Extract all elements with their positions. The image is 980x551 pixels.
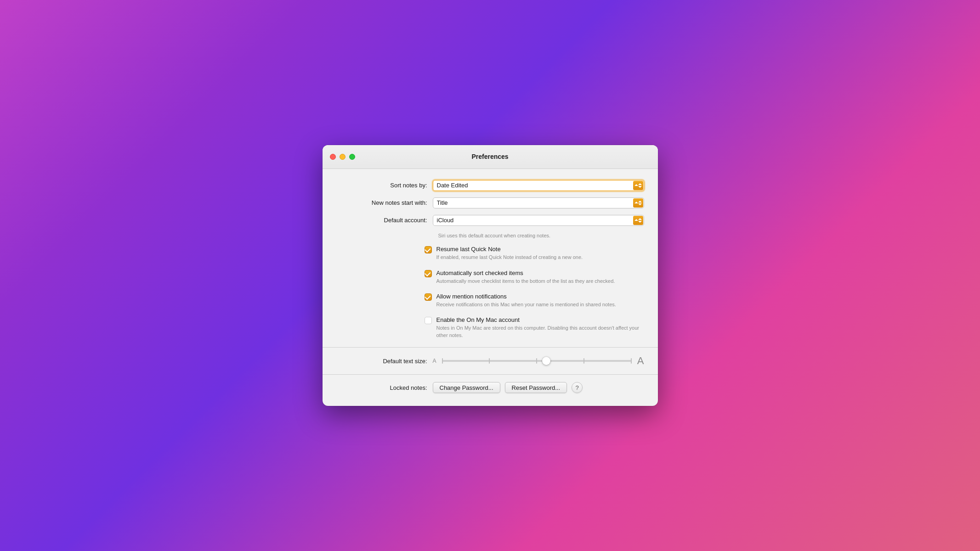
auto-sort-label: Automatically sort checked items bbox=[436, 270, 615, 276]
default-account-label: Default account: bbox=[336, 217, 433, 224]
sort-notes-label: Sort notes by: bbox=[336, 182, 433, 189]
change-password-button[interactable]: Change Password... bbox=[433, 382, 500, 393]
slider-tick-4 bbox=[583, 358, 584, 364]
new-notes-label: New notes start with: bbox=[336, 199, 433, 206]
divider-1 bbox=[323, 347, 658, 348]
mention-notifications-text-group: Allow mention notifications Receive noti… bbox=[436, 293, 616, 308]
sort-notes-select-wrapper: Date Edited Date Created Title bbox=[433, 180, 644, 191]
default-account-select[interactable]: iCloud On My Mac bbox=[433, 215, 644, 226]
resume-quick-note-checkbox[interactable] bbox=[425, 246, 432, 253]
new-notes-select-wrapper: Title Body bbox=[433, 197, 644, 208]
slider-section: Default text size: A A bbox=[323, 355, 658, 367]
slider-tick-2 bbox=[489, 358, 490, 364]
new-notes-select[interactable]: Title Body bbox=[433, 197, 644, 208]
checkboxes-section: Resume last Quick Note If enabled, resum… bbox=[425, 246, 658, 339]
form-section: Sort notes by: Date Edited Date Created … bbox=[323, 180, 658, 239]
default-account-select-wrapper: iCloud On My Mac bbox=[433, 215, 644, 226]
locked-notes-section: Locked notes: Change Password... Reset P… bbox=[323, 382, 658, 393]
mention-notifications-checkbox-wrapper[interactable] bbox=[425, 293, 432, 301]
divider-2 bbox=[323, 374, 658, 375]
slider-ticks bbox=[442, 358, 632, 364]
resume-quick-note-label: Resume last Quick Note bbox=[436, 246, 583, 253]
titlebar: Preferences bbox=[323, 145, 658, 169]
enable-on-my-mac-desc: Notes in On My Mac are stored on this co… bbox=[436, 325, 644, 339]
enable-on-my-mac-label: Enable the On My Mac account bbox=[436, 316, 644, 323]
resume-quick-note-desc: If enabled, resume last Quick Note inste… bbox=[436, 254, 583, 261]
preferences-window: Preferences Sort notes by: Date Edited D… bbox=[323, 145, 658, 406]
text-size-small-icon: A bbox=[433, 358, 436, 364]
resume-quick-note-text-group: Resume last Quick Note If enabled, resum… bbox=[436, 246, 583, 261]
sort-notes-select[interactable]: Date Edited Date Created Title bbox=[433, 180, 644, 191]
locked-notes-label: Locked notes: bbox=[336, 384, 433, 391]
help-button[interactable]: ? bbox=[572, 382, 583, 393]
enable-on-my-mac-checkbox[interactable] bbox=[425, 317, 432, 324]
resume-quick-note-checkbox-wrapper[interactable] bbox=[425, 246, 432, 253]
new-notes-row: New notes start with: Title Body bbox=[336, 197, 644, 208]
password-buttons-group: Change Password... Reset Password... ? bbox=[433, 382, 583, 393]
auto-sort-checkbox[interactable] bbox=[425, 270, 432, 277]
traffic-lights bbox=[330, 154, 355, 160]
sort-notes-row: Sort notes by: Date Edited Date Created … bbox=[336, 180, 644, 191]
default-text-size-label: Default text size: bbox=[336, 358, 433, 365]
enable-on-my-mac-text-group: Enable the On My Mac account Notes in On… bbox=[436, 316, 644, 339]
content-area: Sort notes by: Date Edited Date Created … bbox=[323, 169, 658, 406]
maximize-button[interactable] bbox=[349, 154, 355, 160]
slider-tick-1 bbox=[442, 358, 443, 364]
reset-password-button[interactable]: Reset Password... bbox=[505, 382, 567, 393]
close-button[interactable] bbox=[330, 154, 336, 160]
slider-tick-3 bbox=[536, 358, 537, 364]
account-helper-text: Siri uses this default account when crea… bbox=[438, 232, 644, 239]
mention-notifications-desc: Receive notifications on this Mac when y… bbox=[436, 301, 616, 308]
auto-sort-item: Automatically sort checked items Automat… bbox=[425, 270, 644, 285]
auto-sort-desc: Automatically move checklist items to th… bbox=[436, 278, 615, 285]
auto-sort-text-group: Automatically sort checked items Automat… bbox=[436, 270, 615, 285]
resume-quick-note-item: Resume last Quick Note If enabled, resum… bbox=[425, 246, 644, 261]
mention-notifications-checkbox[interactable] bbox=[425, 293, 432, 301]
window-title: Preferences bbox=[471, 153, 508, 160]
slider-thumb[interactable] bbox=[542, 357, 550, 365]
slider-track[interactable] bbox=[442, 360, 632, 362]
enable-on-my-mac-item: Enable the On My Mac account Notes in On… bbox=[425, 316, 644, 339]
minimize-button[interactable] bbox=[340, 154, 346, 160]
enable-on-my-mac-checkbox-wrapper[interactable] bbox=[425, 317, 432, 324]
auto-sort-checkbox-wrapper[interactable] bbox=[425, 270, 432, 277]
mention-notifications-item: Allow mention notifications Receive noti… bbox=[425, 293, 644, 308]
mention-notifications-label: Allow mention notifications bbox=[436, 293, 616, 300]
default-account-row: Default account: iCloud On My Mac bbox=[336, 215, 644, 226]
text-size-large-icon: A bbox=[637, 355, 644, 367]
slider-tick-5 bbox=[631, 358, 632, 364]
slider-container: A A bbox=[433, 355, 644, 367]
